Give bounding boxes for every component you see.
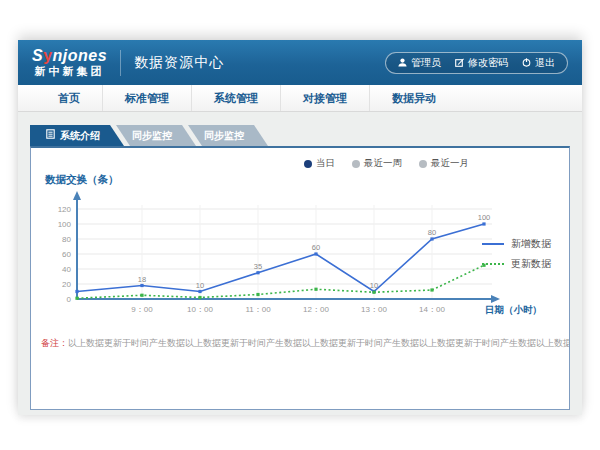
svg-text:40: 40 [62,265,71,274]
header-divider [120,50,121,76]
svg-text:0: 0 [67,295,72,304]
nav-item-data-change[interactable]: 数据异动 [369,85,458,111]
svg-text:14：00: 14：00 [419,305,445,314]
footnote-prefix: 备注： [41,338,68,348]
logo-accent: y [43,47,52,64]
admin-user-button[interactable]: 管理员 [398,56,441,70]
time-range-filter: 当日 最近一周 最近一月 [304,157,469,170]
svg-text:60: 60 [62,250,71,259]
svg-text:60: 60 [312,243,320,252]
main-nav: 首页 标准管理 系统管理 对接管理 数据异动 [18,85,582,112]
app-header: Synjones 新中新集团 数据资源中心 管理员 修改密码 退出 [18,40,582,85]
legend-entry-updated-data: 更新数据 [482,254,551,274]
nav-item-interface-mgmt[interactable]: 对接管理 [280,85,369,111]
tab-sync-monitor-2[interactable]: 同步监控 [188,125,268,146]
svg-text:18: 18 [138,275,146,284]
radio-today[interactable]: 当日 [304,157,335,170]
svg-text:100: 100 [478,213,491,222]
svg-text:13：00: 13：00 [361,305,387,314]
logout-button[interactable]: 退出 [522,56,555,70]
radio-last-week[interactable]: 最近一周 [352,157,402,170]
radio-dot-icon [352,160,360,168]
tab-sync-monitor-1[interactable]: 同步监控 [116,125,196,146]
document-icon [46,125,55,146]
svg-text:80: 80 [62,235,71,244]
svg-text:100: 100 [58,220,72,229]
svg-text:10: 10 [196,281,204,290]
y-axis-title: 数据交换（条） [45,173,569,187]
nav-item-standard-mgmt[interactable]: 标准管理 [102,85,191,111]
solid-line-icon [482,243,504,245]
user-icon [398,58,407,67]
app-window: Synjones 新中新集团 数据资源中心 管理员 修改密码 退出 首页 标准管… [18,40,582,415]
svg-text:10: 10 [370,281,378,290]
svg-text:20: 20 [62,280,71,289]
legend-entry-new-data: 新增数据 [482,234,551,254]
svg-text:10：00: 10：00 [187,305,213,314]
footnote: 备注：以上数据更新于时间产生数据以上数据更新于时间产生数据以上数据更新于时间产生… [31,337,569,350]
svg-text:35: 35 [254,262,262,271]
logo-company-text: 新中新集团 [32,66,107,77]
svg-text:12：00: 12：00 [303,305,329,314]
series-0: 181035601080100 [75,213,490,293]
user-toolbar: 管理员 修改密码 退出 [385,52,568,74]
page-title: 数据资源中心 [134,54,224,72]
radio-dot-icon [419,160,427,168]
logo: Synjones 新中新集团 [32,48,107,77]
edit-icon [455,58,464,67]
svg-text:11：00: 11：00 [245,305,271,314]
radio-last-month[interactable]: 最近一月 [419,157,469,170]
tab-system-intro[interactable]: 系统介绍 [30,125,124,146]
dotted-line-icon [482,263,504,265]
nav-item-home[interactable]: 首页 [36,85,102,111]
svg-text:9：00: 9：00 [131,305,153,314]
change-password-button[interactable]: 修改密码 [455,56,508,70]
radio-dot-icon [304,160,312,168]
tab-bar: 系统介绍 同步监控 同步监控 [30,125,570,146]
chart-legend: 新增数据 更新数据 [482,234,551,274]
svg-text:80: 80 [428,228,436,237]
content-area: 系统介绍 同步监控 同步监控 当日 最近一周 最近一月 数据交换 [18,112,582,415]
logo-brand-text: Synjones [32,48,107,64]
power-icon [522,58,531,67]
svg-text:120: 120 [58,205,72,214]
footnote-text: 以上数据更新于时间产生数据以上数据更新于时间产生数据以上数据更新于时间产生数据以… [68,338,569,348]
nav-item-system-mgmt[interactable]: 系统管理 [191,85,280,111]
svg-text:日期（小时）: 日期（小时） [485,304,542,316]
chart-panel: 当日 最近一周 最近一月 数据交换（条） 0204060801001209：00… [30,146,570,410]
